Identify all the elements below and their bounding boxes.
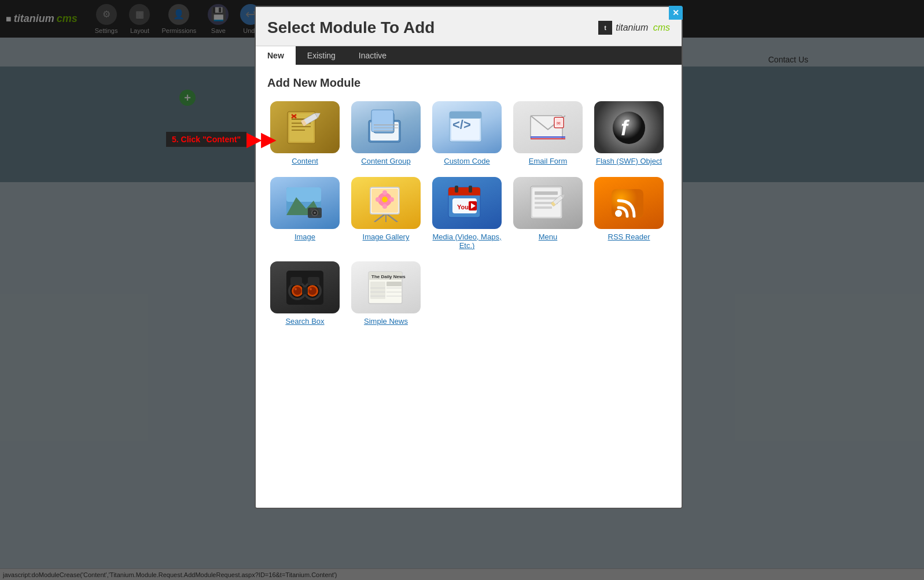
email-form-svg: ✉ (528, 109, 568, 146)
svg-point-74 (293, 287, 301, 295)
modal-logo: t titanium cms (598, 21, 670, 35)
svg-rect-53 (469, 186, 472, 193)
menu-svg (528, 184, 568, 222)
search-box-label[interactable]: Search Box (285, 317, 324, 326)
content-icon (270, 101, 340, 153)
image-gallery-svg (366, 184, 406, 222)
tab-existing[interactable]: Existing (296, 46, 347, 65)
svg-point-79 (308, 287, 316, 295)
module-item-image[interactable]: Image (267, 177, 343, 250)
module-item-content-group[interactable]: Content Group (348, 101, 424, 165)
menu-label[interactable]: Menu (539, 232, 558, 241)
simple-news-svg: The Daily News (366, 269, 406, 306)
rss-label[interactable]: RSS Reader (608, 232, 650, 241)
module-item-custom-code[interactable]: </> Custom Code (429, 101, 505, 165)
svg-rect-82 (290, 277, 302, 285)
media-label[interactable]: Media (Video, Maps, Etc.) (429, 232, 505, 250)
content-group-icon (351, 101, 421, 153)
content-group-label[interactable]: Content Group (361, 157, 410, 165)
module-item-menu[interactable]: Menu (510, 177, 586, 250)
modal-title: Select Module To Add (267, 19, 435, 37)
content-group-svg (366, 109, 406, 146)
image-gallery-label[interactable]: Image Gallery (363, 232, 410, 241)
svg-point-80 (310, 288, 312, 290)
logo-cms: cms (653, 23, 670, 32)
simple-news-label[interactable]: Simple News (364, 317, 408, 326)
svg-rect-31 (286, 187, 321, 202)
email-form-label[interactable]: Email Form (529, 157, 567, 165)
svg-point-45 (382, 190, 387, 195)
svg-point-69 (615, 210, 622, 217)
svg-rect-52 (455, 186, 458, 193)
svg-rect-21 (450, 112, 481, 119)
email-form-icon: ✉ (513, 101, 583, 153)
simple-news-icon: The Daily News (351, 261, 421, 313)
modal-tabs: New Existing Inactive (256, 46, 682, 65)
menu-icon (513, 177, 583, 229)
rss-svg (609, 184, 649, 222)
modal-header: Select Module To Add t titanium cms ✕ (256, 7, 682, 46)
search-box-svg (285, 269, 325, 306)
svg-point-48 (389, 197, 394, 202)
svg-rect-63 (535, 206, 552, 209)
svg-point-44 (382, 197, 388, 202)
callout-arrows-icon: ▶▶ (246, 130, 275, 149)
rss-icon (594, 177, 664, 229)
svg-line-39 (386, 213, 397, 222)
media-icon: You (432, 177, 502, 229)
module-item-search-box[interactable]: Search Box (267, 261, 343, 326)
modal-logo-box: t (598, 21, 612, 35)
svg-text:You: You (457, 204, 469, 210)
custom-code-label[interactable]: Custom Code (444, 157, 489, 165)
callout: 5. Click "Content" ▶▶ (166, 130, 275, 149)
svg-rect-61 (535, 197, 558, 200)
svg-point-46 (382, 204, 387, 209)
media-svg: You (447, 184, 487, 222)
flash-label[interactable]: Flash (SWF) Object (596, 157, 662, 165)
content-svg (285, 109, 325, 146)
svg-rect-60 (535, 191, 558, 195)
module-item-media[interactable]: You Media (Video, Maps, Etc.) (429, 177, 505, 250)
tab-new[interactable]: New (256, 46, 296, 65)
add-new-module-title: Add New Module (267, 76, 670, 90)
flash-icon: f (594, 101, 664, 153)
svg-line-38 (374, 213, 386, 222)
module-item-flash[interactable]: f Flash (SWF) Object (591, 101, 667, 165)
svg-rect-14 (371, 110, 393, 132)
svg-rect-37 (310, 208, 315, 210)
svg-text:The Daily News: The Daily News (371, 274, 406, 279)
flash-svg: f (609, 109, 649, 146)
svg-rect-88 (386, 282, 402, 286)
image-gallery-icon (351, 177, 421, 229)
image-svg (285, 184, 325, 222)
select-module-modal: Select Module To Add t titanium cms ✕ Ne… (255, 6, 683, 509)
module-item-content[interactable]: 5. Click "Content" ▶▶ (267, 101, 343, 165)
content-label[interactable]: Content (292, 157, 318, 165)
module-item-simple-news[interactable]: The Daily News Simple News (348, 261, 424, 326)
search-box-icon (270, 261, 340, 313)
tab-inactive[interactable]: Inactive (347, 46, 398, 65)
close-button[interactable]: ✕ (669, 6, 683, 20)
svg-point-28 (613, 112, 645, 144)
module-item-email-form[interactable]: ✉ Email Form (510, 101, 586, 165)
custom-code-icon: </> (432, 101, 502, 153)
svg-rect-87 (370, 282, 385, 299)
modal-body: Add New Module 5. Click "Content" ▶▶ (256, 65, 682, 508)
callout-text: 5. Click "Content" (166, 132, 246, 147)
svg-point-36 (314, 212, 316, 214)
modal-logo-text: titanium cms (616, 23, 670, 33)
svg-point-47 (376, 197, 380, 202)
svg-text:</>: </> (452, 117, 471, 132)
image-label[interactable]: Image (294, 232, 315, 241)
module-item-rss[interactable]: RSS Reader (591, 177, 667, 250)
svg-rect-83 (308, 277, 319, 285)
custom-code-svg: </> (447, 109, 487, 146)
svg-rect-81 (302, 287, 308, 294)
module-grid: 5. Click "Content" ▶▶ (267, 101, 670, 326)
image-icon (270, 177, 340, 229)
module-item-image-gallery[interactable]: Image Gallery (348, 177, 424, 250)
svg-point-75 (294, 288, 297, 290)
svg-rect-51 (448, 193, 480, 195)
logo-titanium: titanium (616, 23, 648, 32)
svg-text:✉: ✉ (557, 121, 561, 126)
